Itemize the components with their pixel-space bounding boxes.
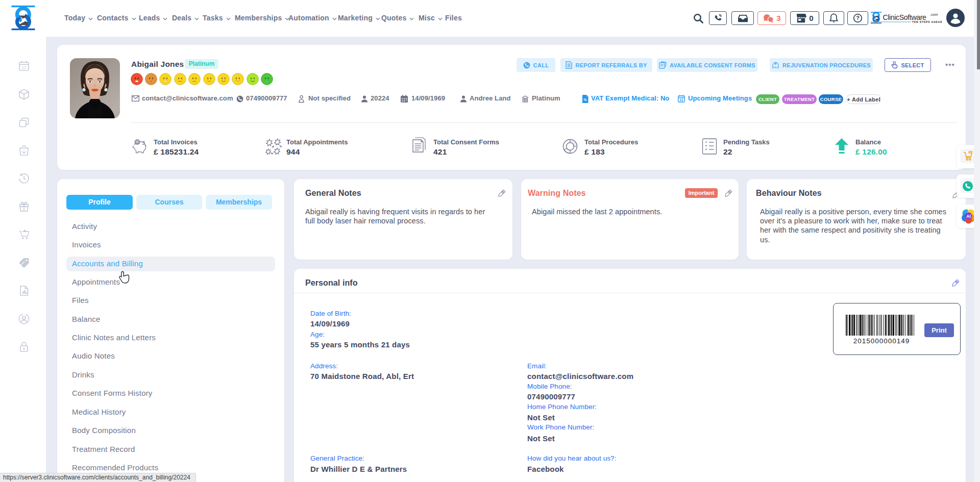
svg-text:AI: AI [966,214,971,219]
svg-text:12: 12 [22,65,27,70]
svg-text:?: ? [856,15,860,21]
svg-text:%: % [583,98,587,102]
svg-text:.com: .com [930,12,938,17]
svg-text:12: 12 [679,98,683,102]
svg-text:TEN STEPS AHEAD: TEN STEPS AHEAD [912,20,942,23]
